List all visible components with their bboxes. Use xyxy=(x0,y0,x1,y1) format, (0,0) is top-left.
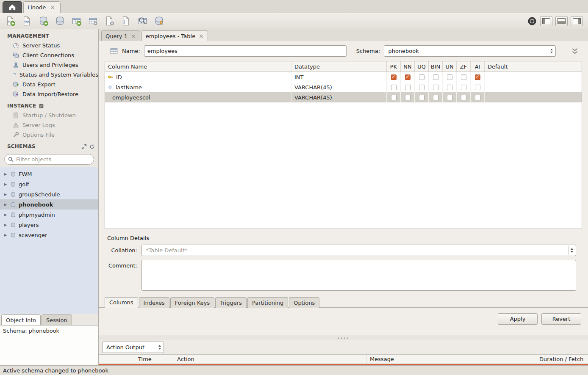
bin-checkbox[interactable] xyxy=(433,95,438,100)
schema-item-phpmyadmin[interactable]: ▶ phpmyadmin xyxy=(0,210,98,220)
schema-item-fwm[interactable]: ▶ FWM xyxy=(0,169,98,179)
bin-checkbox[interactable] xyxy=(433,85,438,90)
schema-filter-input[interactable] xyxy=(16,156,90,163)
nn-checkbox[interactable] xyxy=(405,85,410,90)
uq-checkbox[interactable] xyxy=(419,74,424,80)
tab-session[interactable]: Session xyxy=(42,314,72,325)
sidebar-item-status-system-variables[interactable]: Status and System Variables xyxy=(0,70,98,80)
schema-item-golf[interactable]: ▶ golf xyxy=(0,179,98,189)
sidebar-item-server-logs[interactable]: Server Logs xyxy=(0,120,98,130)
column-row-lastname[interactable]: lastName VARCHAR(45) xyxy=(105,82,582,92)
name-label: Name: xyxy=(122,48,140,54)
pk-checkbox[interactable] xyxy=(391,95,397,100)
stepper-icon[interactable] xyxy=(156,342,163,352)
uq-checkbox[interactable] xyxy=(419,95,424,100)
instance-section-title: INSTANCE xyxy=(0,99,98,110)
schema-list: ▶ FWM ▶ golf ▶ groupSchedule ▶ p xyxy=(0,167,98,314)
subtab-foreign-keys[interactable]: Foreign Keys xyxy=(170,297,215,308)
open-sql-script-icon[interactable] xyxy=(22,16,32,26)
schema-icon xyxy=(10,171,16,177)
toggle-sidebar-button[interactable] xyxy=(540,16,552,26)
sidebar-item-client-connections[interactable]: Client Connections xyxy=(0,50,98,60)
bin-checkbox[interactable] xyxy=(433,74,438,80)
expander-icon[interactable]: ▶ xyxy=(3,172,8,176)
zf-checkbox[interactable] xyxy=(461,74,466,80)
expander-icon[interactable]: ▶ xyxy=(3,213,8,217)
sidebar-item-data-export[interactable]: Data Export xyxy=(0,80,98,89)
create-procedure-icon[interactable] xyxy=(104,16,114,26)
schema-select[interactable]: phonebook xyxy=(384,45,556,57)
tab-object-info[interactable]: Object Info xyxy=(1,314,41,325)
sidebar-item-startup-shutdown[interactable]: Startup / Shutdown xyxy=(0,110,98,120)
sidebar-item-options-file[interactable]: Options File xyxy=(0,130,98,140)
sidebar-item-server-status[interactable]: Server Status xyxy=(0,41,98,50)
table-name-input[interactable] xyxy=(144,45,347,57)
pk-checkbox[interactable] xyxy=(391,85,397,90)
notifications-icon[interactable] xyxy=(527,16,537,26)
subtab-options[interactable]: Options xyxy=(289,297,319,308)
toggle-secondary-sidebar-button[interactable] xyxy=(571,16,583,26)
revert-button[interactable]: Revert xyxy=(541,313,581,325)
new-sql-tab-icon[interactable] xyxy=(5,16,15,26)
expander-icon[interactable]: ▶ xyxy=(3,223,8,227)
column-row-employeescol[interactable]: employeescol VARCHAR(45) xyxy=(105,92,582,102)
create-function-icon[interactable]: ƒ xyxy=(121,16,131,26)
zf-checkbox[interactable] xyxy=(461,95,466,100)
expander-icon[interactable]: ▶ xyxy=(3,193,8,196)
schema-icon xyxy=(10,191,16,197)
nn-checkbox[interactable] xyxy=(405,95,410,100)
refresh-schemas-icon[interactable] xyxy=(89,144,95,149)
apply-button[interactable]: Apply xyxy=(498,313,538,325)
stepper-icon[interactable] xyxy=(568,245,575,255)
home-tab[interactable] xyxy=(3,1,22,13)
tab-query-1[interactable]: Query 1 × xyxy=(101,30,140,41)
schema-item-scavenger[interactable]: ▶ scavenger xyxy=(0,230,98,240)
collation-select[interactable]: *Table Default* xyxy=(141,245,576,256)
schema-item-phonebook[interactable]: ▶ phonebook xyxy=(0,199,98,210)
close-icon[interactable]: × xyxy=(50,4,55,10)
subtab-triggers[interactable]: Triggers xyxy=(215,297,247,308)
un-checkbox[interactable] xyxy=(447,85,452,90)
uq-checkbox[interactable] xyxy=(419,85,424,90)
toggle-output-area-button[interactable] xyxy=(555,16,568,26)
search-table-data-icon[interactable] xyxy=(137,16,147,26)
subtab-partitioning[interactable]: Partitioning xyxy=(247,297,288,308)
collapse-header-button[interactable] xyxy=(569,47,580,55)
ai-checkbox[interactable] xyxy=(475,85,480,90)
schema-inspector-icon[interactable] xyxy=(55,16,65,26)
schema-item-groupschedule[interactable]: ▶ groupSchedule xyxy=(0,189,98,199)
output-splitter[interactable]: •••• xyxy=(99,336,588,340)
ai-checkbox[interactable] xyxy=(475,95,480,100)
expander-icon[interactable]: ▶ xyxy=(3,233,8,237)
create-view-icon[interactable] xyxy=(88,16,98,26)
reconnect-dbms-icon[interactable] xyxy=(154,16,164,26)
close-icon[interactable]: × xyxy=(131,33,136,39)
stepper-icon[interactable] xyxy=(548,46,555,56)
connection-tab[interactable]: Linode × xyxy=(23,1,61,13)
create-table-icon[interactable] xyxy=(71,16,81,26)
pk-checkbox[interactable] xyxy=(391,74,397,80)
sidebar-item-data-import[interactable]: Data Import/Restore xyxy=(0,89,98,99)
schema-item-players[interactable]: ▶ players xyxy=(0,220,98,230)
schema-icon xyxy=(10,222,16,228)
subtab-indexes[interactable]: Indexes xyxy=(139,297,169,308)
tab-employees-table[interactable]: employees - Table × xyxy=(141,30,208,41)
expander-icon[interactable]: ▶ xyxy=(3,182,8,186)
sidebar-item-users-privileges[interactable]: Users and Privileges xyxy=(0,60,98,70)
un-checkbox[interactable] xyxy=(447,95,452,100)
expand-schemas-icon[interactable] xyxy=(81,144,87,149)
subtab-columns[interactable]: Columns xyxy=(105,297,138,308)
zf-checkbox[interactable] xyxy=(461,85,466,90)
expander-icon[interactable]: ▶ xyxy=(3,203,8,207)
grid-empty-area[interactable] xyxy=(105,102,582,229)
close-icon[interactable]: × xyxy=(199,33,204,39)
ai-checkbox[interactable] xyxy=(475,74,480,80)
un-checkbox[interactable] xyxy=(447,74,452,80)
output-type-select[interactable]: Action Output xyxy=(102,342,164,353)
editor-tabstrip: Query 1 × employees - Table × xyxy=(99,29,588,41)
wrench-icon xyxy=(13,132,19,138)
nn-checkbox[interactable] xyxy=(405,74,410,80)
create-schema-icon[interactable] xyxy=(38,16,48,26)
comment-textarea[interactable] xyxy=(141,260,576,291)
column-row-id[interactable]: ID INT xyxy=(105,72,582,82)
